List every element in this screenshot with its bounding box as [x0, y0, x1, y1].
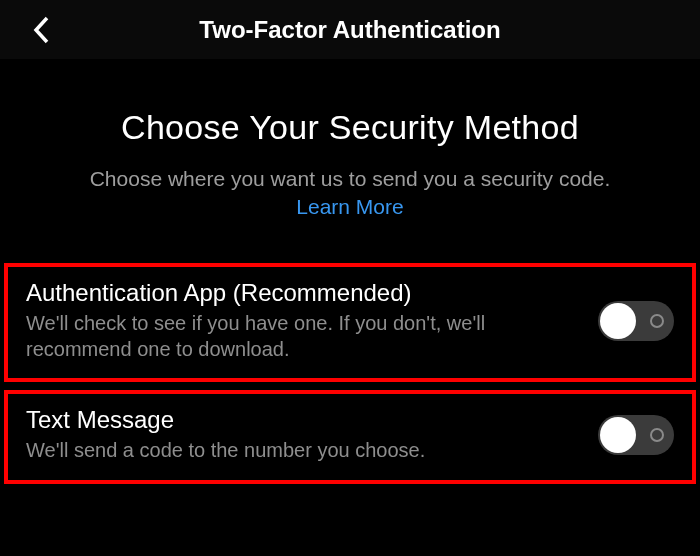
security-method-list: Authentication App (Recommended) We'll c…	[0, 263, 700, 484]
option-authentication-app[interactable]: Authentication App (Recommended) We'll c…	[4, 263, 696, 382]
toggle-knob	[600, 303, 636, 339]
back-button[interactable]	[22, 10, 62, 50]
chevron-left-icon	[31, 15, 53, 45]
toggle-ring-icon	[650, 314, 664, 328]
option-text-message[interactable]: Text Message We'll send a code to the nu…	[4, 390, 696, 484]
section-heading: Choose Your Security Method	[0, 108, 700, 147]
option-title: Text Message	[26, 406, 580, 434]
option-text: Text Message We'll send a code to the nu…	[26, 406, 580, 464]
header-bar: Two-Factor Authentication	[0, 0, 700, 60]
toggle-text-message[interactable]	[598, 415, 674, 455]
option-description: We'll send a code to the number you choo…	[26, 438, 580, 464]
section-subtitle: Choose where you want us to send you a s…	[0, 167, 700, 191]
option-title: Authentication App (Recommended)	[26, 279, 580, 307]
toggle-authentication-app[interactable]	[598, 301, 674, 341]
option-description: We'll check to see if you have one. If y…	[26, 311, 580, 362]
toggle-knob	[600, 417, 636, 453]
page-title: Two-Factor Authentication	[0, 16, 700, 44]
content: Choose Your Security Method Choose where…	[0, 60, 700, 484]
toggle-ring-icon	[650, 428, 664, 442]
learn-more-link[interactable]: Learn More	[0, 195, 700, 219]
option-text: Authentication App (Recommended) We'll c…	[26, 279, 580, 362]
